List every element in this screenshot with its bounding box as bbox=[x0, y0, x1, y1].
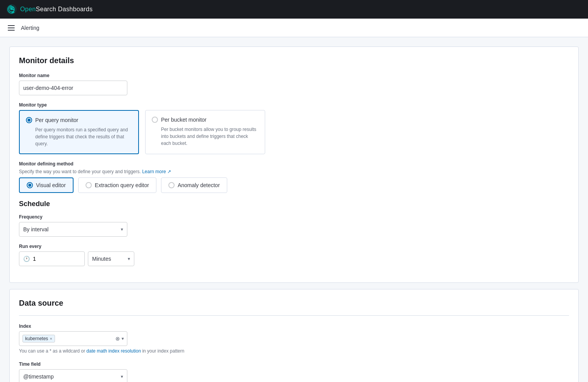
index-clear-icon[interactable]: ⊗ bbox=[115, 336, 120, 342]
index-hint: You can use a * as a wildcard or date ma… bbox=[19, 348, 569, 354]
defining-method-options: Visual editor Extraction query editor An… bbox=[19, 177, 569, 193]
time-field-chevron-icon: ▾ bbox=[121, 374, 123, 379]
run-every-input[interactable] bbox=[33, 256, 72, 262]
run-every-unit-value: Minutes bbox=[92, 256, 111, 262]
extraction-query-card[interactable]: Extraction query editor bbox=[78, 177, 156, 193]
run-every-input-wrapper: 🕐 bbox=[19, 251, 85, 266]
data-source-divider bbox=[19, 315, 569, 316]
sub-navigation: Alerting bbox=[0, 19, 588, 37]
per-query-monitor-desc: Per query monitors run a specified query… bbox=[26, 126, 132, 147]
monitor-type-options: Per query monitor Per query monitors run… bbox=[19, 110, 569, 154]
schedule-section: Schedule Frequency By interval ▾ Run eve… bbox=[19, 200, 569, 266]
index-chevron-icon: ▾ bbox=[122, 336, 124, 341]
monitor-defining-method-group: Monitor defining method Specify the way … bbox=[19, 161, 569, 193]
run-every-row: 🕐 Minutes ▾ bbox=[19, 251, 569, 266]
per-bucket-radio[interactable] bbox=[152, 117, 158, 123]
monitor-defining-method-desc: Specify the way you want to define your … bbox=[19, 169, 569, 174]
monitor-type-group: Monitor type Per query monitor Per query… bbox=[19, 102, 569, 154]
run-every-label: Run every bbox=[19, 244, 569, 249]
monitor-details-card: Monitor details Monitor name Monitor typ… bbox=[9, 46, 579, 283]
anomaly-detector-label: Anomaly detector bbox=[178, 182, 220, 188]
per-bucket-monitor-name: Per bucket monitor bbox=[161, 117, 207, 123]
monitor-name-label: Monitor name bbox=[19, 73, 569, 78]
frequency-select[interactable]: By interval ▾ bbox=[19, 222, 127, 237]
data-source-card: Data source Index kubernetes × ⊗ ▾ You c… bbox=[9, 289, 579, 382]
page-breadcrumb: Alerting bbox=[21, 25, 39, 31]
frequency-label: Frequency bbox=[19, 214, 569, 220]
time-field-group: Time field @timestamp ▾ Choose the time … bbox=[19, 361, 569, 382]
run-every-unit-select[interactable]: Minutes ▾ bbox=[88, 251, 134, 266]
menu-toggle[interactable] bbox=[6, 24, 16, 32]
time-field-select[interactable]: @timestamp ▾ bbox=[19, 369, 127, 382]
visual-editor-card[interactable]: Visual editor bbox=[19, 177, 74, 193]
monitor-name-input[interactable] bbox=[19, 81, 127, 95]
frequency-group: Frequency By interval ▾ bbox=[19, 214, 569, 237]
per-query-monitor-card[interactable]: Per query monitor Per query monitors run… bbox=[19, 110, 139, 154]
main-content: Monitor details Monitor name Monitor typ… bbox=[0, 37, 588, 382]
per-bucket-monitor-desc: Per bucket monitors allow you to group r… bbox=[152, 126, 259, 147]
monitor-details-title: Monitor details bbox=[19, 56, 569, 65]
per-query-monitor-name: Per query monitor bbox=[35, 117, 78, 123]
visual-editor-radio[interactable] bbox=[27, 182, 33, 188]
date-math-link[interactable]: date math index resolution bbox=[86, 348, 141, 354]
run-every-unit-chevron-icon: ▾ bbox=[128, 256, 130, 262]
svg-point-1 bbox=[11, 8, 13, 10]
monitor-defining-method-label: Monitor defining method bbox=[19, 161, 569, 167]
schedule-title: Schedule bbox=[19, 200, 569, 208]
extraction-query-radio[interactable] bbox=[86, 182, 92, 188]
app-logo[interactable]: OpenSearch Dashboards bbox=[6, 4, 93, 15]
per-bucket-monitor-card[interactable]: Per bucket monitor Per bucket monitors a… bbox=[145, 110, 265, 154]
anomaly-detector-card[interactable]: Anomaly detector bbox=[161, 177, 227, 193]
frequency-chevron-icon: ▾ bbox=[121, 227, 123, 232]
index-field-wrapper[interactable]: kubernetes × ⊗ ▾ bbox=[19, 331, 127, 346]
index-tag-value: kubernetes bbox=[25, 336, 48, 341]
clock-icon: 🕐 bbox=[23, 256, 30, 262]
extraction-query-label: Extraction query editor bbox=[95, 182, 149, 188]
monitor-type-label: Monitor type bbox=[19, 102, 569, 108]
top-navigation: OpenSearch Dashboards bbox=[0, 0, 588, 19]
time-field-label: Time field bbox=[19, 361, 569, 367]
index-tag: kubernetes × bbox=[22, 335, 55, 342]
run-every-group: Run every 🕐 Minutes ▾ bbox=[19, 244, 569, 266]
time-field-value: @timestamp bbox=[23, 373, 54, 380]
monitor-name-group: Monitor name bbox=[19, 73, 569, 95]
anomaly-detector-radio[interactable] bbox=[168, 182, 175, 188]
index-label: Index bbox=[19, 323, 569, 329]
frequency-value: By interval bbox=[23, 226, 48, 232]
visual-editor-label: Visual editor bbox=[36, 182, 66, 188]
index-tag-close-icon[interactable]: × bbox=[50, 336, 52, 341]
index-group: Index kubernetes × ⊗ ▾ You can use a * a… bbox=[19, 323, 569, 354]
learn-more-link[interactable]: Learn more ↗ bbox=[142, 169, 171, 174]
data-source-title: Data source bbox=[19, 299, 569, 308]
per-query-radio[interactable] bbox=[26, 117, 32, 123]
